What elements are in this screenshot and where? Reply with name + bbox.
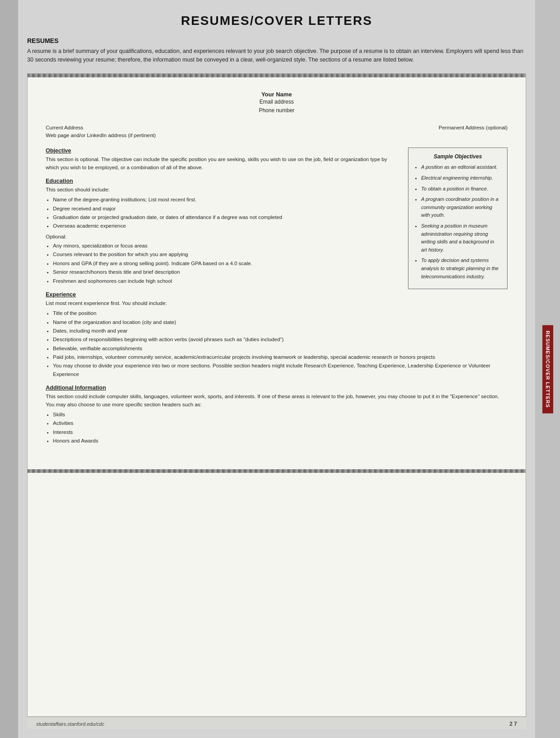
optional-list: Any minors, specialization or focus area… <box>46 242 401 285</box>
education-section: Education This section should include: N… <box>46 178 401 285</box>
objective-title: Objective <box>46 148 401 154</box>
web-address: Web page and/or LinkedIn address (if per… <box>46 132 156 139</box>
list-item: Senior research/honors thesis title and … <box>53 268 401 276</box>
experience-title: Experience <box>46 291 508 298</box>
objective-left: Objective This section is optional. The … <box>46 148 401 291</box>
resumes-intro: A resume is a brief summary of your qual… <box>27 47 526 64</box>
resume-name: Your Name <box>46 91 508 98</box>
doc-footer: studentaffairs.stanford.edu/cdc 2 7 <box>27 717 526 729</box>
page-wrapper: RESUMES/COVER LETTERS RESUMES A resume i… <box>0 0 560 738</box>
list-item: Name of the degree-granting institutions… <box>53 195 401 204</box>
sample-objective-item: To obtain a position in finance. <box>421 185 501 193</box>
sample-objective-item: To apply decision and systems analysis t… <box>421 257 501 281</box>
optional-label: Optional: <box>46 233 401 241</box>
resume-email: Email address <box>46 98 508 106</box>
additional-title: Additional Information <box>46 385 508 391</box>
list-item: Any minors, specialization or focus area… <box>53 242 401 250</box>
main-content: RESUMES/COVER LETTERS RESUMES A resume i… <box>18 0 535 738</box>
document-inner: Your Name Email address Phone number Cur… <box>28 77 526 470</box>
list-item: Honors and Awards <box>53 437 508 445</box>
sample-objectives-box: Sample Objectives A position as an edito… <box>408 148 508 289</box>
page-title: RESUMES/COVER LETTERS <box>27 14 526 28</box>
current-address: Current Address <box>46 124 156 132</box>
resume-header: Your Name Email address Phone number <box>46 91 508 115</box>
left-border <box>0 0 18 738</box>
address-left: Current Address Web page and/or LinkedIn… <box>46 124 156 140</box>
list-item: Graduation date or projected graduation … <box>53 213 401 221</box>
permanent-address: Permanent Address (optional) <box>439 124 508 132</box>
list-item: Courses relevant to the position for whi… <box>53 250 401 258</box>
objective-section: Objective This section is optional. The … <box>46 148 401 171</box>
sample-objective-item: A position as an editorial assistant. <box>421 163 501 171</box>
doc-top-border <box>28 74 526 77</box>
sample-objectives-title: Sample Objectives <box>415 153 501 160</box>
sidebar-label: RESUMES/COVER LETTERS <box>542 325 553 413</box>
objective-layout: Objective This section is optional. The … <box>46 148 508 291</box>
additional-list: Skills Activities Interests Honors and A… <box>46 410 508 445</box>
experience-section: Experience List most recent experience f… <box>46 291 508 378</box>
resumes-heading: RESUMES <box>27 37 526 44</box>
sample-objective-item: A program coordinator position in a comm… <box>421 195 501 219</box>
footer-page: 2 7 <box>509 721 517 727</box>
list-item: You may choose to divide your experience… <box>53 362 508 378</box>
right-sidebar: RESUMES/COVER LETTERS <box>535 0 560 738</box>
sample-objective-item: Seeking a position in museum administrat… <box>421 222 501 254</box>
objective-text: This section is optional. The objective … <box>46 156 401 171</box>
additional-text: This section could include computer skil… <box>46 393 508 409</box>
list-item: Paid jobs, internships, volunteer commun… <box>53 353 508 361</box>
list-item: Name of the organization and location (c… <box>53 318 508 326</box>
list-item: Overseas academic experience <box>53 222 401 230</box>
list-item: Believable, verifiable accomplishments <box>53 344 508 352</box>
list-item: Skills <box>53 410 508 419</box>
address-row: Current Address Web page and/or LinkedIn… <box>46 124 508 140</box>
resume-phone: Phone number <box>46 106 508 115</box>
footer-url: studentaffairs.stanford.edu/cdc <box>36 721 104 727</box>
list-item: Title of the position <box>53 309 508 317</box>
list-item: Freshmen and sophomores can include high… <box>53 277 401 285</box>
experience-list: Title of the position Name of the organi… <box>46 309 508 378</box>
education-intro: This section should include: <box>46 186 401 194</box>
address-right: Permanent Address (optional) <box>439 124 508 140</box>
list-item: Interests <box>53 428 508 436</box>
document-box: Your Name Email address Phone number Cur… <box>27 73 526 717</box>
list-item: Descriptions of responsibilities beginni… <box>53 335 508 343</box>
sample-objectives-list: A position as an editorial assistant. El… <box>415 163 501 281</box>
list-item: Dates, including month and year <box>53 327 508 335</box>
education-list: Name of the degree-granting institutions… <box>46 195 401 230</box>
experience-intro: List most recent experience first. You s… <box>46 300 508 307</box>
doc-bottom-border <box>28 469 526 473</box>
list-item: Activities <box>53 419 508 427</box>
education-title: Education <box>46 178 401 184</box>
additional-section: Additional Information This section coul… <box>46 385 508 445</box>
sample-objective-item: Electrical engineering internship. <box>421 174 501 182</box>
list-item: Degree received and major <box>53 205 401 213</box>
list-item: Honors and GPA (if they are a strong sel… <box>53 259 401 267</box>
